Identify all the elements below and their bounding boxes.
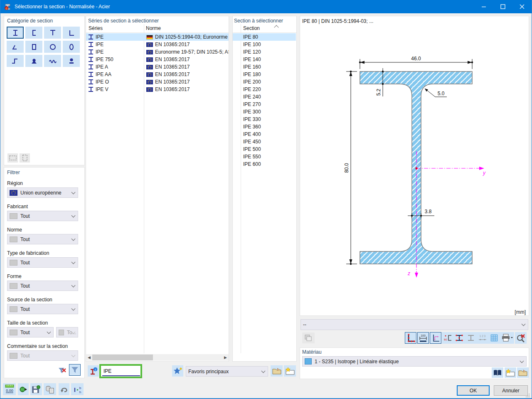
stress-points-button[interactable]: sc [442,332,453,344]
section-item[interactable]: IPE 550 [233,153,296,160]
material-library-button[interactable] [492,367,503,378]
minimize-button[interactable] [474,0,493,13]
category-round-bar-section[interactable] [63,55,80,67]
fabrication-type-combo[interactable]: Tout [7,257,78,268]
section-column-header[interactable]: Section [243,25,260,31]
favorites-combo[interactable]: Favoris principaux [186,366,268,377]
section-outline-button[interactable] [465,332,477,344]
series-row[interactable]: IPE AA EN 10365:2017 [86,71,229,78]
import-section-button[interactable] [18,383,29,395]
section-item[interactable]: IPE 80 [233,33,296,41]
category-rectangle-hollow-section[interactable] [25,41,42,53]
chevron-down-icon [520,359,524,363]
section-item[interactable]: IPE 270 [233,101,296,108]
section-item[interactable]: IPE 500 [233,145,296,153]
category-angle-section[interactable] [63,27,80,39]
resize-grip[interactable] [526,393,530,397]
rail-section-icon [29,57,39,65]
section-item[interactable]: IPE 200 [233,78,296,86]
category-corrugated-section[interactable] [44,55,61,67]
mirror-y-icon [9,155,17,161]
cancel-button[interactable]: Annuler [494,385,528,396]
show-points-button[interactable] [405,332,416,344]
shape-combo[interactable]: Tout [7,281,78,291]
zoom-reset-button[interactable] [515,332,527,344]
category-corner-angle-section[interactable] [7,41,24,53]
series-row[interactable]: IPE V EN 10365:2017 [86,86,229,93]
section-item[interactable]: IPE 220 [233,86,296,93]
category-elliptical-section[interactable] [63,41,80,53]
norm-combo[interactable]: Tout [7,234,78,244]
comment-combo[interactable]: Tout [7,350,78,361]
search-input[interactable] [102,367,140,376]
mirror-z-button[interactable] [20,153,30,163]
corner-points-icon [406,333,415,342]
category-channel-section[interactable] [25,27,42,39]
section-item[interactable]: IPE 140 [233,56,296,63]
section-item[interactable]: IPE 330 [233,116,296,123]
series-row[interactable]: IPE A EN 10365:2017 [86,63,229,71]
scrollbar-thumb[interactable] [92,355,153,360]
edit-material-button[interactable] [517,367,529,378]
series-row[interactable]: IPE O EN 10365:2017 [86,78,229,86]
section-item[interactable]: IPE 300 [233,108,296,116]
category-i-section[interactable] [7,27,24,39]
size-combo[interactable]: Tout [7,327,54,337]
manage-favorites-button[interactable] [271,365,283,377]
category-rail-section[interactable] [25,55,42,67]
series-row[interactable]: IPE DIN 1025-5:1994-03; Euronorme 19- [86,33,229,41]
grid-button[interactable] [488,332,500,344]
copy-from-database-button[interactable] [44,383,56,395]
section-item[interactable]: IPE 450 [233,138,296,145]
series-row[interactable]: IPE 750 EN 10365:2017 [86,56,229,63]
ok-button[interactable]: OK [457,385,490,396]
section-item[interactable]: IPE 360 [233,123,296,131]
save-section-button[interactable] [30,383,42,395]
copy-image-button[interactable] [302,332,315,343]
annotation-combo[interactable]: -- [300,319,528,330]
eu-flag-icon [146,57,153,62]
blank-swatch [10,283,17,289]
category-circular-hollow-section[interactable] [44,41,61,53]
units-settings-button[interactable]: 0,00 [3,383,16,395]
norm-column-header[interactable]: Norme [146,25,161,31]
material-combo[interactable]: 1 - S235 | Isotrope | Linéaire élastique [302,356,527,367]
section-points-button[interactable] [453,332,465,344]
size-combo-2[interactable]: To... [56,327,78,337]
scroll-right-arrow[interactable]: ▶ [222,354,229,361]
save-icon [32,385,40,394]
section-info-button[interactable]: i [88,365,99,377]
apply-filter-button[interactable] [69,364,81,376]
numbering-button[interactable]: 1 2 3 [477,332,488,344]
section-item[interactable]: IPE 600 [233,160,296,168]
add-favorite-button[interactable] [172,365,183,377]
section-item[interactable]: IPE 100 [233,41,296,48]
show-axes-button[interactable] [430,332,441,344]
series-row[interactable]: IPE Euronorme 19-57; DIN 1025-5; AST... [86,48,229,56]
section-item[interactable]: IPE 160 [233,63,296,71]
new-material-button[interactable] [505,367,516,378]
section-item[interactable]: IPE 120 [233,48,296,56]
manufacturer-combo[interactable]: Tout [7,211,78,221]
category-tee-section[interactable] [44,27,61,39]
chevron-down-icon [261,369,266,373]
print-button[interactable] [500,332,514,344]
category-z-section[interactable] [7,55,24,67]
maximize-button[interactable] [493,0,512,13]
section-item[interactable]: IPE 240 [233,93,296,101]
section-parameters-button[interactable]: I b h [71,383,84,395]
scroll-left-arrow[interactable]: ◀ [86,354,92,361]
clear-filter-button[interactable] [57,365,68,376]
undo-button[interactable] [59,383,69,395]
section-item[interactable]: IPE 400 [233,131,296,138]
show-dimensions-button[interactable]: 100 [417,332,429,344]
series-row[interactable]: IPE EN 10365:2017 [86,41,229,48]
series-column-header[interactable]: Séries [89,25,103,31]
new-favorites-group-button[interactable] [284,365,296,377]
mirror-y-button[interactable] [7,153,18,163]
section-item[interactable]: IPE 180 [233,71,296,78]
close-button[interactable] [512,0,532,13]
region-combo[interactable]: Union européenne [7,187,78,198]
source-combo[interactable]: Tout [7,304,78,314]
eu-flag-icon [146,50,153,54]
